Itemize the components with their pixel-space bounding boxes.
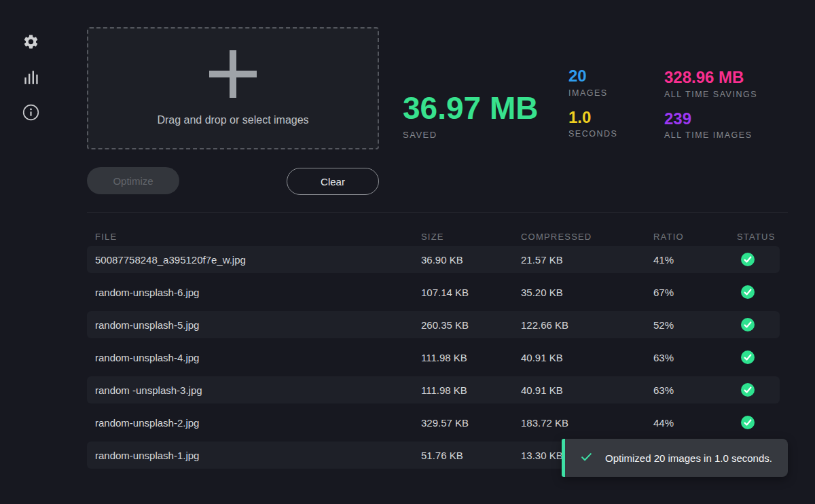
status-cell: [737, 318, 780, 331]
stat-images: 20 IMAGES: [568, 67, 617, 98]
compressed-cell: 35.20 KB: [521, 287, 653, 298]
bar-chart-icon: [22, 68, 39, 86]
status-check-icon: [737, 318, 755, 331]
file-cell: random -unsplash-3.jpg: [95, 384, 421, 396]
ratio-cell: 67%: [653, 287, 737, 298]
optimize-button[interactable]: Optimize: [87, 167, 179, 194]
table-row: random-unsplash-6.jpg 107.14 KB 35.20 KB…: [87, 278, 780, 306]
file-cell: random-unsplash-2.jpg: [95, 417, 421, 429]
images-value: 20: [568, 67, 617, 86]
statistics-button[interactable]: [22, 68, 39, 86]
file-cell: random-unsplash-4.jpg: [95, 352, 421, 363]
size-cell: 51.76 KB: [421, 450, 521, 461]
status-check-icon: [737, 253, 755, 266]
clear-button[interactable]: Clear: [287, 168, 379, 195]
images-label: IMAGES: [568, 88, 617, 98]
ratio-cell: 63%: [653, 352, 737, 363]
all-time-savings-value: 328.96 MB: [664, 68, 757, 87]
status-check-icon: [737, 350, 755, 364]
settings-button[interactable]: [22, 33, 39, 50]
compressed-cell: 122.66 KB: [521, 319, 653, 331]
all-time-images-label: ALL TIME IMAGES: [664, 130, 757, 140]
size-cell: 260.35 KB: [421, 319, 521, 331]
ratio-cell: 63%: [653, 384, 737, 396]
stat-all-time-images: 239 ALL TIME IMAGES: [664, 109, 757, 141]
file-cell: random-unsplash-1.jpg: [95, 450, 421, 461]
drop-zone-label: Drag and drop or select images: [157, 114, 308, 126]
status-check-icon: [737, 285, 755, 299]
column-header-size: SIZE: [421, 232, 521, 242]
stat-saved: 36.97 MB SAVED: [403, 91, 538, 140]
status-check-icon: [737, 383, 755, 397]
gear-icon: [22, 33, 39, 50]
column-header-status: STATUS: [737, 232, 780, 242]
ratio-cell: 44%: [653, 417, 737, 429]
file-table: FILE SIZE COMPRESSED RATIO STATUS 500877…: [87, 227, 780, 474]
table-row: random-unsplash-5.jpg 260.35 KB 122.66 K…: [87, 311, 780, 338]
status-cell: [737, 285, 780, 299]
size-cell: 111.98 KB: [421, 384, 521, 396]
table-row: random -unsplash-3.jpg 111.98 KB 40.91 K…: [87, 376, 780, 403]
size-cell: 36.90 KB: [421, 254, 521, 266]
column-header-compressed: COMPRESSED: [521, 232, 653, 242]
saved-label: SAVED: [403, 130, 538, 140]
size-cell: 107.14 KB: [421, 287, 521, 298]
seconds-value: 1.0: [568, 108, 617, 127]
compressed-cell: 40.91 KB: [521, 384, 653, 396]
status-check-icon: [737, 416, 755, 429]
stat-seconds: 1.0 SECONDS: [568, 108, 617, 139]
check-icon: [580, 450, 593, 466]
stat-column-alltime: 328.96 MB ALL TIME SAVINGS 239 ALL TIME …: [664, 68, 757, 150]
table-row: random-unsplash-2.jpg 329.57 KB 183.72 K…: [87, 409, 780, 436]
ratio-cell: 41%: [653, 254, 737, 266]
plus-icon: [209, 50, 257, 98]
all-time-images-value: 239: [664, 109, 757, 128]
status-cell: [737, 383, 780, 397]
table-row: random-unsplash-4.jpg 111.98 KB 40.91 KB…: [87, 344, 780, 371]
status-cell: [737, 350, 780, 364]
compressed-cell: 40.91 KB: [521, 352, 653, 363]
table-header-row: FILE SIZE COMPRESSED RATIO STATUS: [87, 227, 780, 246]
file-cell: random-unsplash-5.jpg: [95, 319, 421, 331]
size-cell: 329.57 KB: [421, 417, 521, 429]
table-top-divider: [87, 212, 788, 213]
app-window: Drag and drop or select images 36.97 MB …: [0, 0, 815, 504]
info-icon: [22, 103, 40, 122]
stat-all-time-savings: 328.96 MB ALL TIME SAVINGS: [664, 68, 757, 99]
saved-value: 36.97 MB: [403, 91, 538, 126]
stat-column-session: 20 IMAGES 1.0 SECONDS: [568, 67, 617, 149]
drop-zone[interactable]: Drag and drop or select images: [87, 27, 379, 149]
about-button[interactable]: [22, 103, 39, 121]
seconds-label: SECONDS: [568, 129, 617, 139]
toast-notification: Optimized 20 images in 1.0 seconds.: [562, 439, 788, 477]
file-cell: random-unsplash-6.jpg: [95, 287, 421, 298]
ratio-cell: 52%: [653, 319, 737, 331]
column-header-ratio: RATIO: [653, 232, 737, 242]
toast-message: Optimized 20 images in 1.0 seconds.: [605, 452, 772, 464]
column-header-file: FILE: [95, 232, 421, 242]
status-cell: [737, 416, 780, 429]
file-cell: 50087758248_a395120f7e_w.jpg: [95, 254, 421, 266]
sidebar: [0, 0, 61, 504]
compressed-cell: 21.57 KB: [521, 254, 653, 266]
table-row: 50087758248_a395120f7e_w.jpg 36.90 KB 21…: [87, 246, 780, 273]
compressed-cell: 183.72 KB: [521, 417, 653, 429]
status-cell: [737, 253, 780, 266]
all-time-savings-label: ALL TIME SAVINGS: [664, 90, 757, 99]
size-cell: 111.98 KB: [421, 352, 521, 363]
